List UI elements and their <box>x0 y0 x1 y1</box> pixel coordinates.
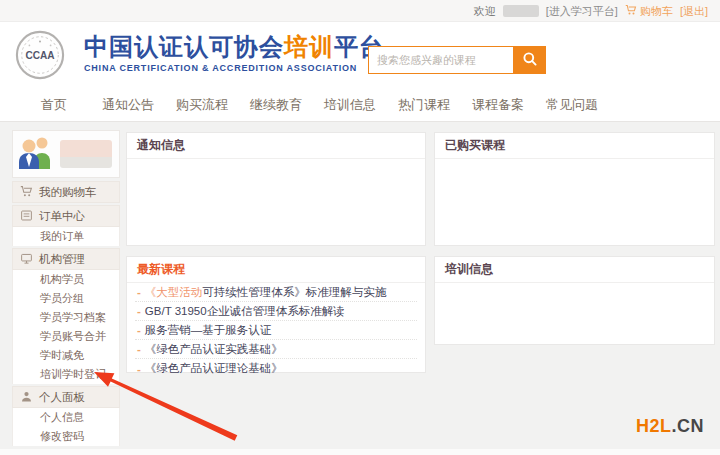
order-icon <box>20 209 33 224</box>
header: CCAA 中国认证认可协会培训平台 CHINA CERTIFICATION & … <box>0 22 720 88</box>
search-input[interactable] <box>368 46 513 74</box>
sidebar-item[interactable]: 学员分组 <box>12 289 120 308</box>
purchased-courses-panel: 已购买课程 <box>434 132 715 246</box>
nav-item[interactable]: 继续教育 <box>239 96 313 114</box>
purchased-panel-title: 已购买课程 <box>435 133 714 159</box>
sidebar-item[interactable]: 我的订单 <box>12 227 120 246</box>
sidebar-section-label: 机构管理 <box>39 252 85 267</box>
bullet-icon: - <box>137 324 141 336</box>
topbar: 欢迎 [进入学习平台] 购物车 [退出] <box>0 0 720 22</box>
nav-item[interactable]: 课程备案 <box>461 96 535 114</box>
course-link[interactable]: -《绿色产品认证理论基础》 <box>135 359 417 378</box>
cart-icon <box>625 4 637 18</box>
welcome-label: 欢迎 <box>474 4 496 19</box>
topbar-cart-link[interactable]: 购物车 <box>625 4 673 19</box>
ccaa-logo: CCAA <box>15 30 65 80</box>
search-icon <box>522 51 538 70</box>
latest-panel-title: 最新课程 <box>127 257 425 283</box>
course-link[interactable]: -《绿色产品认证实践基础》 <box>135 340 417 359</box>
title-part-blue1: 中国认证认可协会 <box>84 33 284 60</box>
course-title: 服务营销—基于服务认证 <box>145 323 272 338</box>
course-link[interactable]: -GB/T 31950企业诚信管理体系标准解读 <box>135 302 417 321</box>
sidebar-section-label: 订单中心 <box>39 209 85 224</box>
course-title: GB/T 31950企业诚信管理体系标准解读 <box>145 304 345 319</box>
bullet-icon: - <box>137 363 141 375</box>
course-link[interactable]: -《大型活动可持续性管理体系》标准理解与实施 <box>135 283 417 302</box>
site-subtitle: CHINA CERTIFICATION & ACCREDITION ASSOCI… <box>84 63 384 73</box>
sidebar-section-header[interactable]: 个人面板 <box>12 386 120 408</box>
person-icon <box>20 390 33 405</box>
course-title: 《绿色产品认证理论基础》 <box>145 361 283 376</box>
bottom-strip <box>0 449 720 455</box>
sidebar-section-header[interactable]: 我的购物车 <box>12 181 120 203</box>
sidebar-item[interactable]: 个人信息 <box>12 408 120 427</box>
watermark-brand: H2L <box>636 416 672 436</box>
enter-platform-link[interactable]: [进入学习平台] <box>546 4 618 19</box>
svg-text:CCAA: CCAA <box>25 50 55 61</box>
course-title: 可持续性管理体系》标准理解与实施 <box>202 285 386 300</box>
username-redacted <box>503 5 539 17</box>
latest-courses-list: -《大型活动可持续性管理体系》标准理解与实施-GB/T 31950企业诚信管理体… <box>127 283 425 378</box>
monitor-icon <box>20 252 33 267</box>
nav-item[interactable]: 培训信息 <box>313 96 387 114</box>
sidebar-item[interactable]: 学员账号合并 <box>12 327 120 346</box>
bullet-icon: - <box>137 343 141 355</box>
sidebar-section-label: 个人面板 <box>39 390 85 405</box>
nav-item[interactable]: 通知公告 <box>91 96 165 114</box>
sidebar-item[interactable]: 机构学员 <box>12 270 120 289</box>
sidebar-section-header[interactable]: 机构管理 <box>12 248 120 270</box>
latest-courses-panel: 最新课程 -《大型活动可持续性管理体系》标准理解与实施-GB/T 31950企业… <box>126 256 426 373</box>
logout-link[interactable]: [退出] <box>680 4 708 19</box>
sidebar-item[interactable]: 学员学习档案 <box>12 308 120 327</box>
watermark-suffix: .CN <box>672 416 705 436</box>
search-button[interactable] <box>513 46 546 74</box>
nav-item[interactable]: 购买流程 <box>165 96 239 114</box>
cart-icon <box>20 185 33 200</box>
sidebar-item[interactable]: 学时减免 <box>12 346 120 365</box>
nav-item[interactable]: 常见问题 <box>535 96 609 114</box>
sidebar-item[interactable]: 培训学时登记 <box>12 365 120 384</box>
notice-panel: 通知信息 <box>126 132 426 246</box>
course-search <box>368 46 546 74</box>
sidebar-menu: 我的购物车订单中心我的订单机构管理机构学员学员分组学员学习档案学员账号合并学时减… <box>12 181 120 446</box>
training-info-panel: 培训信息 <box>434 256 715 345</box>
title-part-orange: 培训 <box>284 33 334 60</box>
topbar-cart-label: 购物车 <box>640 4 673 19</box>
sidebar: 我的购物车订单中心我的订单机构管理机构学员学员分组学员学习档案学员账号合并学时减… <box>12 130 120 446</box>
h2l-watermark: H2L.CN <box>636 416 704 437</box>
course-title: 《绿色产品认证实践基础》 <box>145 342 283 357</box>
site-title-block: 中国认证认可协会培训平台 CHINA CERTIFICATION & ACCRE… <box>84 34 384 73</box>
bullet-icon: - <box>137 286 141 298</box>
user-profile-card <box>12 130 120 178</box>
course-title-highlight: 《大型活动 <box>145 285 203 300</box>
notice-panel-title: 通知信息 <box>127 133 425 159</box>
bullet-icon: - <box>137 305 141 317</box>
users-avatar-icon <box>17 135 55 173</box>
nav-item[interactable]: 热门课程 <box>387 96 461 114</box>
nav-item[interactable]: 首页 <box>17 96 91 114</box>
sidebar-item[interactable]: 修改密码 <box>12 427 120 446</box>
course-link[interactable]: -服务营销—基于服务认证 <box>135 321 417 340</box>
user-name-redacted <box>60 140 112 168</box>
sidebar-section-header[interactable]: 订单中心 <box>12 205 120 227</box>
main-nav: 首页通知公告购买流程继续教育培训信息热门课程课程备案常见问题 <box>0 88 720 122</box>
sidebar-section-label: 我的购物车 <box>39 185 97 200</box>
training-panel-title: 培训信息 <box>435 257 714 283</box>
site-title: 中国认证认可协会培训平台 <box>84 34 384 60</box>
